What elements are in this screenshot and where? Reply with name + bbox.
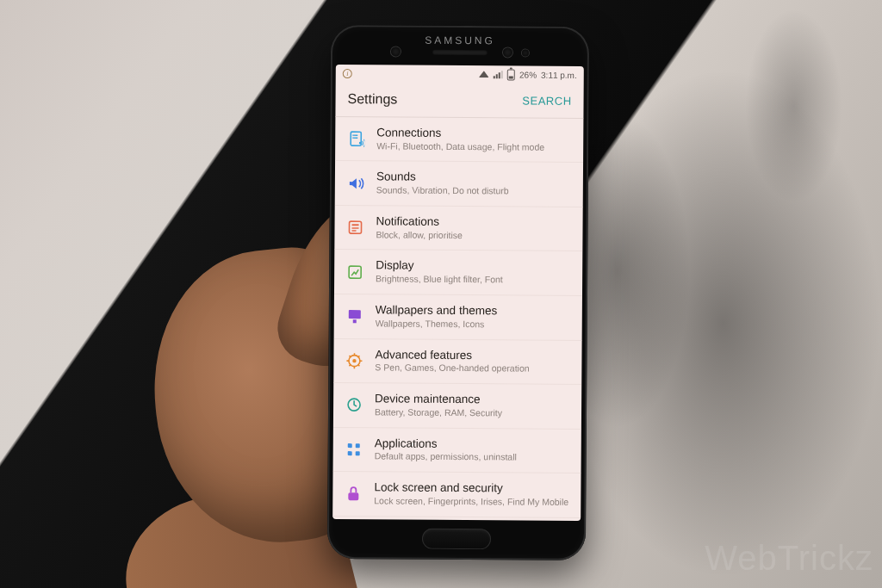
settings-item-subtitle: Battery, Storage, RAM, Security <box>375 406 569 419</box>
phone-brand-label: SAMSUNG <box>331 34 589 47</box>
settings-item-title: Sounds <box>376 170 571 186</box>
settings-item-lock[interactable]: Lock screen and securityLock screen, Fin… <box>332 472 581 518</box>
settings-item-subtitle: Wallpapers, Themes, Icons <box>376 318 570 331</box>
settings-item-title: Applications <box>375 436 569 452</box>
settings-item-advanced[interactable]: Advanced featuresS Pen, Games, One-hande… <box>333 339 581 386</box>
settings-item-sounds[interactable]: SoundsSounds, Vibration, Do not disturb <box>335 161 583 207</box>
settings-item-subtitle: S Pen, Games, One-handed operation <box>375 362 569 375</box>
front-sensor <box>391 46 401 56</box>
settings-item-title: Device maintenance <box>375 392 569 407</box>
settings-item-subtitle: Brightness, Blue light filter, Font <box>376 274 570 287</box>
page-title: Settings <box>348 91 398 107</box>
settings-item-subtitle: Wi-Fi, Bluetooth, Data usage, Flight mod… <box>376 140 571 153</box>
settings-item-notifications[interactable]: NotificationsBlock, allow, prioritise <box>334 206 582 252</box>
maintenance-icon <box>345 396 363 413</box>
advanced-icon <box>345 352 363 369</box>
photo-scene: SAMSUNG 26% 3:11 p.m. Settings SEARCH Co… <box>0 0 882 588</box>
settings-item-cloud[interactable]: Cloud and accounts <box>332 517 581 521</box>
settings-item-title: Connections <box>376 126 571 141</box>
settings-item-subtitle: Block, allow, prioritise <box>376 229 570 242</box>
battery-icon <box>507 69 515 80</box>
clock-text: 3:11 p.m. <box>541 70 577 79</box>
phone-screen: 26% 3:11 p.m. Settings SEARCH Connection… <box>332 65 584 521</box>
sounds-icon <box>347 175 364 192</box>
iris-sensor <box>522 50 529 57</box>
settings-item-title: Advanced features <box>375 348 569 363</box>
home-button[interactable] <box>422 529 491 550</box>
earpiece <box>432 50 488 55</box>
settings-item-title: Display <box>376 259 570 275</box>
battery-text: 26% <box>519 70 537 79</box>
display-icon <box>346 263 363 281</box>
status-bar: 26% 3:11 p.m. <box>336 65 584 84</box>
watermark-text: WebTrickz <box>705 539 873 578</box>
settings-item-subtitle: Sounds, Vibration, Do not disturb <box>376 185 571 198</box>
settings-item-title: Lock screen and security <box>374 480 568 496</box>
settings-item-wallpaper[interactable]: Wallpapers and themesWallpapers, Themes,… <box>334 294 582 341</box>
front-camera <box>503 47 512 57</box>
apps-icon <box>345 441 363 458</box>
wallpaper-icon <box>346 307 363 325</box>
search-button[interactable]: SEARCH <box>522 94 571 107</box>
wifi-icon <box>479 71 489 77</box>
app-header: Settings SEARCH <box>335 82 583 118</box>
settings-item-title: Wallpapers and themes <box>376 303 570 319</box>
info-icon <box>343 69 352 78</box>
settings-list[interactable]: ConnectionsWi-Fi, Bluetooth, Data usage,… <box>332 117 583 521</box>
settings-item-subtitle: Lock screen, Fingerprints, Irises, Find … <box>374 495 568 508</box>
settings-item-connections[interactable]: ConnectionsWi-Fi, Bluetooth, Data usage,… <box>335 117 583 164</box>
notifications-icon <box>346 219 363 236</box>
settings-item-display[interactable]: DisplayBrightness, Blue light filter, Fo… <box>334 250 582 296</box>
connections-icon <box>347 130 364 147</box>
signal-icon <box>494 70 503 78</box>
settings-item-apps[interactable]: ApplicationsDefault apps, permissions, u… <box>333 428 581 474</box>
lock-icon <box>345 485 362 502</box>
settings-item-subtitle: Default apps, permissions, uninstall <box>375 451 569 464</box>
settings-item-title: Notifications <box>376 214 571 230</box>
phone-body: SAMSUNG 26% 3:11 p.m. Settings SEARCH Co… <box>327 25 589 560</box>
settings-item-maintenance[interactable]: Device maintenanceBattery, Storage, RAM,… <box>333 383 581 430</box>
